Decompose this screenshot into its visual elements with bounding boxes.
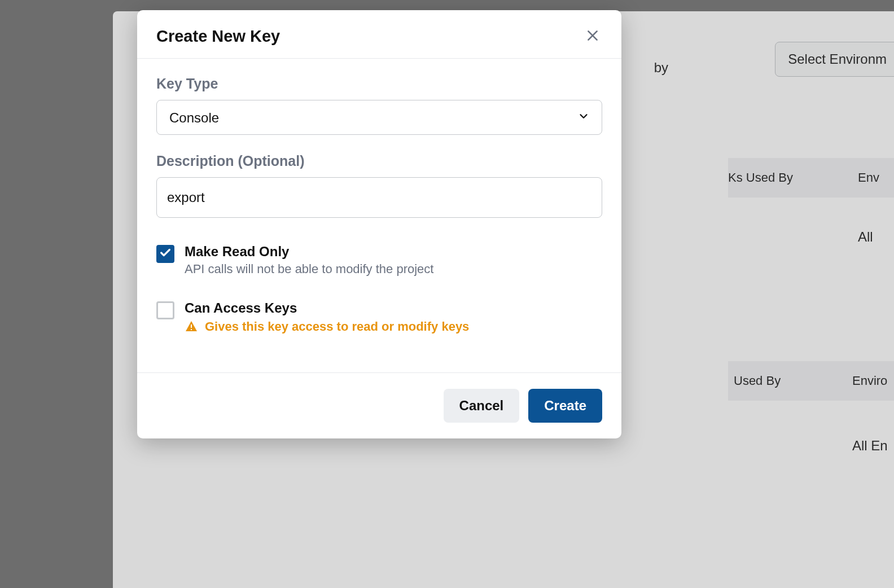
modal-body: Key Type Console Description (Optional) xyxy=(137,59,621,372)
key-type-select[interactable]: Console xyxy=(156,100,602,135)
warning-icon xyxy=(185,320,198,334)
key-type-select-wrapper: Console xyxy=(156,100,602,135)
cancel-button[interactable]: Cancel xyxy=(444,389,520,423)
description-group: Description (Optional) xyxy=(156,153,602,218)
create-key-modal: Create New Key Key Type Console xyxy=(137,10,621,438)
check-icon xyxy=(159,247,172,261)
readonly-content: Make Read Only API calls will not be abl… xyxy=(185,244,602,277)
access-keys-content: Can Access Keys Gives this key access to… xyxy=(185,300,602,334)
modal-header: Create New Key xyxy=(137,10,621,59)
readonly-label: Make Read Only xyxy=(185,244,602,260)
description-input[interactable] xyxy=(156,177,602,218)
access-keys-label: Can Access Keys xyxy=(185,300,602,316)
key-type-label: Key Type xyxy=(156,76,602,92)
svg-rect-3 xyxy=(191,329,192,330)
close-icon xyxy=(585,28,600,45)
access-keys-warning: Gives this key access to read or modify … xyxy=(185,319,602,334)
access-keys-checkbox-group: Can Access Keys Gives this key access to… xyxy=(156,292,602,334)
readonly-checkbox[interactable] xyxy=(156,245,174,263)
description-label: Description (Optional) xyxy=(156,153,602,169)
close-button[interactable] xyxy=(583,26,602,47)
access-keys-checkbox[interactable] xyxy=(156,301,174,319)
readonly-hint: API calls will not be able to modify the… xyxy=(185,262,602,277)
access-keys-warning-text: Gives this key access to read or modify … xyxy=(205,319,469,334)
modal-footer: Cancel Create xyxy=(137,372,621,438)
create-button[interactable]: Create xyxy=(528,389,602,423)
key-type-group: Key Type Console xyxy=(156,76,602,135)
readonly-checkbox-group: Make Read Only API calls will not be abl… xyxy=(156,236,602,277)
svg-rect-2 xyxy=(191,324,192,328)
modal-title: Create New Key xyxy=(156,27,280,46)
